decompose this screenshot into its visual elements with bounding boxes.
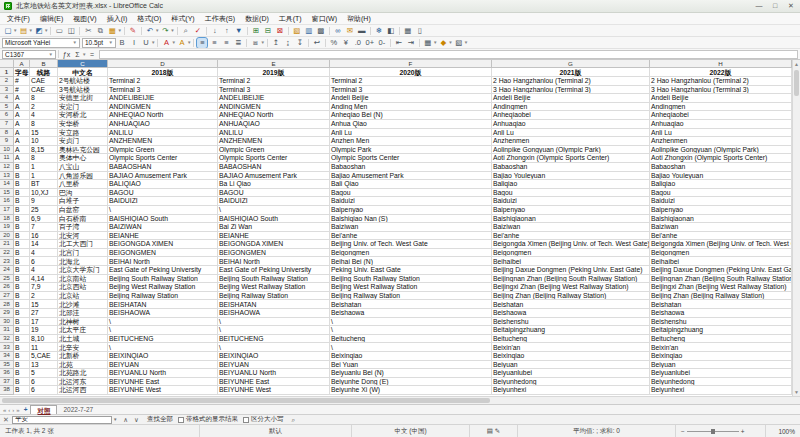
zoom-slider-thumb[interactable] — [711, 429, 715, 434]
menu-item[interactable]: 样式(Y) — [166, 14, 199, 24]
cell-G10[interactable]: Aolinpike Gongyuan (Olympic Park) — [492, 146, 650, 155]
cell-C23[interactable]: 北海北 — [58, 257, 108, 266]
cell-H19[interactable]: Baiziwan — [650, 223, 792, 232]
cell-C15[interactable]: 巴沟 — [58, 189, 108, 198]
align-center-icon[interactable]: ≡ — [209, 38, 219, 48]
cell-B10[interactable]: 8,15 — [30, 146, 58, 155]
cell-B1[interactable]: 线路 — [30, 68, 58, 77]
cell-E33[interactable]: \ — [218, 343, 330, 352]
cell-A28[interactable]: B — [14, 300, 30, 309]
cell-E5[interactable]: ANDINGMEN — [218, 103, 330, 112]
autofilter-icon[interactable]: ▼ — [234, 26, 244, 36]
cell-G8[interactable]: Anli Lu — [492, 129, 650, 138]
cell-G32[interactable]: Beitucheng — [492, 335, 650, 344]
cell-C19[interactable]: 百子湾 — [58, 223, 108, 232]
cell-F12[interactable]: Babaoshan — [330, 163, 492, 172]
cell-D36[interactable]: BEIYUANLU North — [108, 369, 218, 378]
show-grid-lines-icon[interactable]: ▦ — [403, 26, 413, 36]
cell-G34[interactable]: Beixinqiao — [492, 352, 650, 361]
cell-B33[interactable]: 11 — [30, 343, 58, 352]
cell-B14[interactable]: BT — [30, 180, 58, 189]
row-header-19[interactable]: 19 — [0, 223, 14, 232]
chevron-down-icon[interactable]: ▼ — [117, 28, 121, 33]
cell-C38[interactable]: 北运河西 — [58, 386, 108, 395]
cell-H38[interactable]: Beiyunhexi — [650, 386, 792, 395]
cell-B4[interactable]: 8 — [30, 94, 58, 103]
row-header-35[interactable]: 35 — [0, 361, 14, 370]
formula-input-line[interactable] — [99, 50, 798, 59]
row-header-12[interactable]: 12 — [0, 163, 14, 172]
row-header-5[interactable]: 5 — [0, 103, 14, 112]
row-header-31[interactable]: 31 — [0, 326, 14, 335]
cell-F13[interactable]: Bajiao Amusement Park — [330, 172, 492, 181]
cell-G13[interactable]: Bajiao Youleyuan — [492, 172, 650, 181]
cell-B36[interactable]: 5 — [30, 369, 58, 378]
cell-F22[interactable]: Beigongmen — [330, 249, 492, 258]
cell-D29[interactable]: BEISHAOWA — [108, 309, 218, 318]
cell-H28[interactable]: Beishatan — [650, 300, 792, 309]
cell-F36[interactable]: Beiyuanlu Bei (N) — [330, 369, 492, 378]
cell-B31[interactable]: 19 — [30, 326, 58, 335]
cell-D9[interactable]: ANZHENMEN — [108, 137, 218, 146]
cell-F33[interactable]: \ — [330, 343, 492, 352]
add-decimal-icon[interactable]: 0+ — [365, 38, 375, 48]
row-header-9[interactable]: 9 — [0, 137, 14, 146]
find-replace-icon[interactable]: ⌕ — [181, 26, 191, 36]
cell-F3[interactable]: Terminal 3 — [330, 86, 492, 95]
cell-G3[interactable]: 3 Hao Hangzhanlou (Terminal 3) — [492, 86, 650, 95]
cell-F20[interactable]: Bei'anhe — [330, 232, 492, 241]
align-bottom-icon[interactable]: ↧ — [295, 38, 305, 48]
cell-H25[interactable]: Beijingnan Zhan (Beijing South Railway S… — [650, 275, 792, 284]
cell-F35[interactable]: Bei Yuan — [330, 361, 492, 370]
align-left-icon[interactable]: ≡ — [197, 38, 207, 48]
cell-D20[interactable]: BEIANHE — [108, 232, 218, 241]
font-size-combobox[interactable]: 10.5pt ▼ — [82, 38, 116, 48]
row-header-29[interactable]: 29 — [0, 309, 14, 318]
cell-D3[interactable]: Terminal 3 — [108, 86, 218, 95]
cell-C5[interactable]: 安定门 — [58, 103, 108, 112]
row-header-17[interactable]: 17 — [0, 206, 14, 215]
cell-C9[interactable]: 安贞门 — [58, 137, 108, 146]
cell-A6[interactable]: A — [14, 111, 30, 120]
chevron-down-icon[interactable]: ▼ — [170, 28, 174, 33]
sort-ascending-icon[interactable]: ↓ — [210, 26, 220, 36]
find-input[interactable] — [12, 416, 112, 424]
cell-B11[interactable]: 8 — [30, 154, 58, 163]
align-right-icon[interactable]: ≡ — [221, 38, 231, 48]
cell-A8[interactable]: A — [14, 129, 30, 138]
split-window-icon[interactable]: ◧ — [386, 26, 396, 36]
cell-A17[interactable]: B — [14, 206, 30, 215]
cell-G20[interactable]: Bei'anhe — [492, 232, 650, 241]
row-header-1[interactable]: 1 — [0, 68, 14, 77]
cell-B13[interactable]: 1 — [30, 172, 58, 181]
copy-icon[interactable]: ⧉ — [95, 26, 105, 36]
cell-D28[interactable]: BEISHATAN — [108, 300, 218, 309]
cell-A16[interactable]: B — [14, 197, 30, 206]
cell-E28[interactable]: BEISHATAN — [218, 300, 330, 309]
insert-image-icon[interactable]: ▧ — [292, 26, 302, 36]
cell-H33[interactable]: Beixin'an — [650, 343, 792, 352]
highlight-color-icon[interactable]: A — [177, 38, 187, 48]
cell-C1[interactable]: 中文名 — [58, 68, 108, 77]
cell-B16[interactable]: 9 — [30, 197, 58, 206]
cell-F18[interactable]: Baishiqiao Nan (S) — [330, 215, 492, 224]
row-header-13[interactable]: 13 — [0, 172, 14, 181]
comment-icon[interactable]: ✉ — [345, 26, 355, 36]
column-header-G[interactable]: G — [492, 60, 650, 68]
pivot-table-icon[interactable]: ▩ — [316, 26, 326, 36]
cell-D7[interactable]: ANHUAQIAO — [108, 120, 218, 129]
cell-C33[interactable]: 北辛安 — [58, 343, 108, 352]
cell-F5[interactable]: Anding Men — [330, 103, 492, 112]
center-vertically-icon[interactable]: ↨ — [283, 38, 293, 48]
cell-D23[interactable]: BEIHAI North — [108, 257, 218, 266]
cell-A2[interactable]: # — [14, 77, 30, 86]
cell-B21[interactable]: 14 — [30, 240, 58, 249]
row-header-32[interactable]: 32 — [0, 335, 14, 344]
cell-B35[interactable]: 13 — [30, 361, 58, 370]
cell-E8[interactable]: ANLILU — [218, 129, 330, 138]
cell-G36[interactable]: Beiyuanlubei — [492, 369, 650, 378]
cell-D8[interactable]: ANLILU — [108, 129, 218, 138]
row-header-21[interactable]: 21 — [0, 240, 14, 249]
cell-F38[interactable]: Beiyunhe Xi (W) — [330, 386, 492, 395]
cell-E21[interactable]: BEIGONGDA XIMEN — [218, 240, 330, 249]
